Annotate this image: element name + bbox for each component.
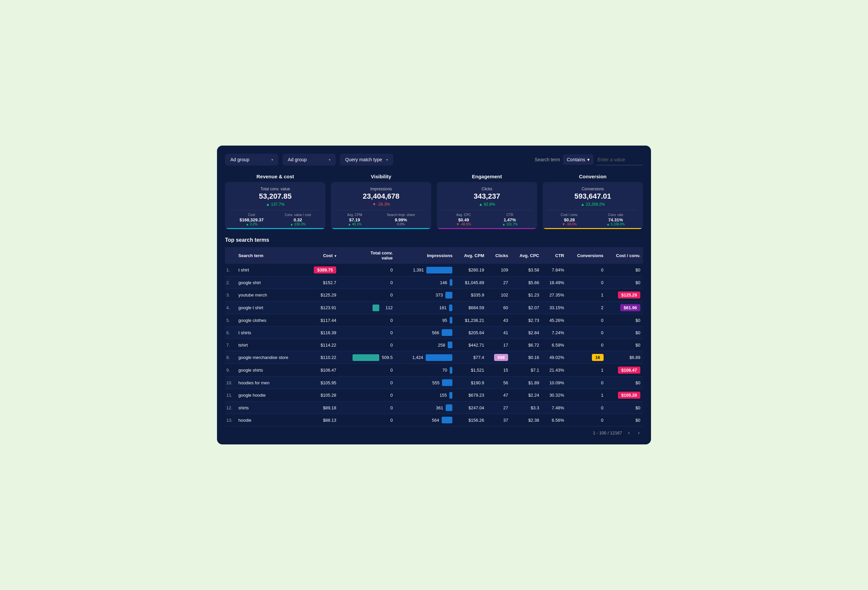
row-avg-cpc: $3.58 bbox=[511, 264, 542, 277]
revenue-convvalue-item: Conv. value / cost 0.32 ▲ 130.3% bbox=[285, 213, 311, 226]
contains-chevron: ▾ bbox=[587, 157, 590, 162]
row-ctr: 21.43% bbox=[542, 364, 567, 377]
row-clicks: 102 bbox=[487, 289, 511, 302]
row-impressions: 555 bbox=[395, 377, 455, 389]
row-cost: $110.22 bbox=[304, 351, 339, 364]
row-total-conv: 0 bbox=[339, 402, 395, 414]
table-row: 3.youtube merch$125.290373$335.9102$1.23… bbox=[225, 289, 643, 302]
visibility-imprshare-item: Search Impr. share 9.99% 0.0% bbox=[387, 213, 415, 226]
row-avg-cpc: $2.24 bbox=[511, 389, 542, 402]
row-ctr: 7.48% bbox=[542, 402, 567, 414]
contains-dropdown[interactable]: Contains ▾ bbox=[563, 154, 593, 165]
col-impressions[interactable]: Impressions bbox=[395, 247, 455, 264]
row-total-conv: 0 bbox=[339, 327, 395, 339]
conversion-card: Conversions 593,647.01 ▲ 23,269.2% Cost … bbox=[542, 182, 643, 229]
conversion-main-value: 593,647.01 bbox=[548, 192, 638, 201]
row-term: hoodies for men bbox=[236, 377, 304, 389]
row-term: google t shirt bbox=[236, 302, 304, 314]
revenue-convvalue-label: Conv. value / cost bbox=[285, 213, 311, 217]
revenue-main-label: Total conv. value bbox=[230, 187, 320, 191]
row-conversions: 0 bbox=[567, 414, 606, 426]
revenue-cost-change: ▲ 3.2% bbox=[239, 222, 263, 226]
revenue-cost-label: Cost bbox=[239, 213, 263, 217]
row-total-conv: 0 bbox=[339, 339, 395, 351]
row-avg-cpc: $0.16 bbox=[511, 351, 542, 364]
table-row: 5.google clothes$117.44095$1,236.2143$2.… bbox=[225, 314, 643, 327]
table-footer: 1 - 100 / 12167 ‹ › bbox=[225, 426, 643, 436]
row-conversions: 0 bbox=[567, 264, 606, 277]
row-term: t shirt bbox=[236, 264, 304, 277]
row-impressions: 181 bbox=[395, 302, 455, 314]
adgroup2-filter[interactable]: Ad group ▾ bbox=[282, 154, 336, 166]
row-total-conv: 0 bbox=[339, 377, 395, 389]
row-conversions: 2 bbox=[567, 302, 606, 314]
row-term: t shirts bbox=[236, 327, 304, 339]
engagement-cpc-value: $0.49 bbox=[456, 217, 471, 222]
row-total-conv: 0 bbox=[339, 264, 395, 277]
col-avg-cpc[interactable]: Avg. CPC bbox=[511, 247, 542, 264]
filter-row: Ad group ▾ Ad group ▾ Query match type ▾… bbox=[225, 154, 643, 166]
row-num: 10. bbox=[225, 377, 236, 389]
row-avg-cpm: $1,521 bbox=[455, 364, 487, 377]
table-row: 11.google hoodie$105.280155$679.2347$2.2… bbox=[225, 389, 643, 402]
next-page-button[interactable]: › bbox=[636, 429, 642, 436]
engagement-cpc-item: Avg. CPC $0.49 ▼ -46.5% bbox=[456, 213, 471, 226]
row-num: 5. bbox=[225, 314, 236, 327]
row-total-conv: 509.5 bbox=[339, 351, 395, 364]
revenue-sub-row: Cost $168,329.37 ▲ 3.2% Conv. value / co… bbox=[230, 210, 320, 228]
row-avg-cpm: $190.9 bbox=[455, 377, 487, 389]
col-cost[interactable]: Cost ▾ bbox=[304, 247, 339, 264]
prev-page-button[interactable]: ‹ bbox=[626, 429, 632, 436]
row-cost-conv: $125.29 bbox=[606, 289, 643, 302]
visibility-card: Impressions 23,404,678 ▼ -26.3% Avg. CPM… bbox=[331, 182, 431, 229]
querymatch-filter[interactable]: Query match type ▾ bbox=[340, 154, 393, 166]
row-impressions: 566 bbox=[395, 327, 455, 339]
col-cost-conv[interactable]: Cost / conv. bbox=[606, 247, 643, 264]
row-avg-cpc: $7.1 bbox=[511, 364, 542, 377]
row-total-conv: 0 bbox=[339, 277, 395, 289]
engagement-title: Engagement bbox=[437, 174, 537, 179]
row-ctr: 7.24% bbox=[542, 327, 567, 339]
row-term: google shirt bbox=[236, 277, 304, 289]
conversion-convrate-change: ▲ 5,106.9% bbox=[607, 222, 625, 226]
col-ctr[interactable]: CTR bbox=[542, 247, 567, 264]
visibility-cpm-value: $7.19 bbox=[347, 217, 362, 222]
row-avg-cpm: $442.71 bbox=[455, 339, 487, 351]
engagement-card: Clicks 343,237 ▲ 92.8% Avg. CPC $0.49 ▼ … bbox=[437, 182, 537, 229]
row-clicks: 27 bbox=[487, 277, 511, 289]
row-impressions: 564 bbox=[395, 414, 455, 426]
visibility-title: Visibility bbox=[331, 174, 431, 179]
row-conversions: 0 bbox=[567, 402, 606, 414]
row-clicks: 43 bbox=[487, 314, 511, 327]
col-conversions[interactable]: Conversions bbox=[567, 247, 606, 264]
conversion-title: Conversion bbox=[542, 174, 643, 179]
col-num bbox=[225, 247, 236, 264]
row-avg-cpm: $679.23 bbox=[455, 389, 487, 402]
row-avg-cpc: $1.89 bbox=[511, 377, 542, 389]
row-ctr: 6.59% bbox=[542, 339, 567, 351]
querymatch-label: Query match type bbox=[345, 157, 382, 162]
revenue-card: Total conv. value 53,207.85 ▲ 137.7% Cos… bbox=[225, 182, 326, 229]
col-total-conv[interactable]: Total conv.value bbox=[339, 247, 395, 264]
revenue-cost-item: Cost $168,329.37 ▲ 3.2% bbox=[239, 213, 263, 226]
row-term: google clothes bbox=[236, 314, 304, 327]
row-cost-conv: $61.96 bbox=[606, 302, 643, 314]
engagement-section: Engagement Clicks 343,237 ▲ 92.8% Avg. C… bbox=[437, 174, 537, 229]
row-impressions: 155 bbox=[395, 389, 455, 402]
row-cost: $389.75 bbox=[304, 264, 339, 277]
row-avg-cpc: $2.38 bbox=[511, 414, 542, 426]
col-term[interactable]: Search term bbox=[236, 247, 304, 264]
search-term-input[interactable] bbox=[596, 154, 643, 165]
visibility-imprshare-label: Search Impr. share bbox=[387, 213, 415, 217]
row-num: 8. bbox=[225, 351, 236, 364]
row-num: 11. bbox=[225, 389, 236, 402]
col-clicks[interactable]: Clicks bbox=[487, 247, 511, 264]
col-avg-cpm[interactable]: Avg. CPM bbox=[455, 247, 487, 264]
adgroup1-filter[interactable]: Ad group ▾ bbox=[225, 154, 278, 166]
visibility-cpm-label: Avg. CPM bbox=[347, 213, 362, 217]
engagement-main-label: Clicks bbox=[442, 187, 532, 191]
row-cost: $105.28 bbox=[304, 389, 339, 402]
row-avg-cpm: $247.04 bbox=[455, 402, 487, 414]
row-conversions: 0 bbox=[567, 277, 606, 289]
row-ctr: 6.56% bbox=[542, 414, 567, 426]
